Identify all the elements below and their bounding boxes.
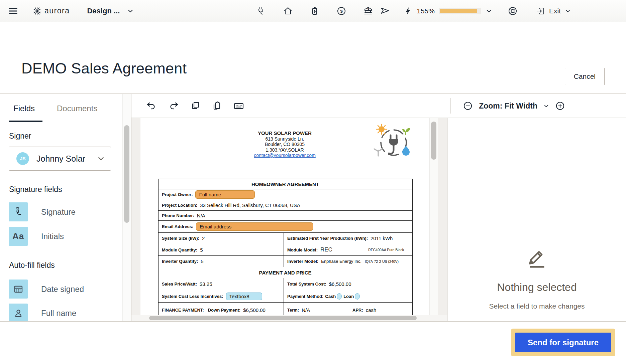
system-size-label: System Size (kW):	[162, 236, 199, 241]
chevron-down-icon[interactable]	[486, 8, 492, 14]
field-properties-panel: Nothing selected Select a field to make …	[447, 118, 626, 321]
full-name-field[interactable]: Full name	[195, 190, 255, 199]
inverter-model-cell: Inverter Model: Enphase Energy Inc. IQ7A…	[284, 256, 412, 267]
keyboard-icon[interactable]	[233, 101, 244, 111]
document-main: Zoom: Fit Width YOUR SOLAR POWER 613 Sun…	[131, 94, 626, 321]
field-item-signature[interactable]: Signature	[9, 202, 76, 221]
system-size-cell: System Size (kW): 2	[159, 233, 284, 244]
total-cost-value: $6,500.00	[329, 281, 351, 287]
module-model-cell: Module Model: REC REC400AA Pure Black	[284, 244, 412, 255]
exit-label: Exit	[549, 7, 561, 15]
bank-icon[interactable]: $	[363, 6, 373, 16]
company-email-link[interactable]: contact@yoursolarpower.com	[254, 153, 316, 158]
pencil-icon	[527, 246, 547, 268]
loan-radio[interactable]	[355, 293, 360, 300]
send-button-highlight-ring: Send for signature	[511, 329, 615, 356]
email-address-field[interactable]: Email address	[196, 222, 313, 231]
battery-icon[interactable]	[310, 6, 320, 16]
hamburger-menu-icon[interactable]	[8, 6, 18, 16]
apr-label: APR:	[352, 308, 363, 313]
table-title-row: HOMEOWNER AGREEMENT	[159, 179, 412, 189]
term-label: Term:	[287, 308, 299, 313]
document-horizontal-scrollbar-thumb[interactable]	[149, 316, 417, 320]
edit-tools	[146, 101, 244, 111]
send-proposal-icon[interactable]	[380, 6, 390, 16]
document-toolbar: Zoom: Fit Width	[131, 94, 626, 118]
chevron-down-icon	[565, 8, 571, 14]
help-icon[interactable]	[508, 6, 518, 16]
tab-fields[interactable]: Fields	[13, 104, 35, 113]
zoom-level-label[interactable]: Zoom: Fit Width	[479, 102, 537, 111]
brand-wordmark: aurora	[44, 6, 70, 15]
progress-percent: 155%	[417, 7, 435, 15]
redo-icon[interactable]	[168, 101, 179, 111]
field-item-full-name[interactable]: Full name	[9, 304, 76, 321]
payment-method-cell: Payment Method: Cash Loan	[284, 290, 412, 302]
textbox8-field[interactable]: Textbox8	[226, 293, 262, 300]
exit-button[interactable]: Exit	[536, 7, 571, 15]
total-cost-cell: Total System Cost: $6,500.00	[284, 278, 412, 290]
finance-label: FINANCE PAYMENT:	[162, 308, 204, 313]
inverter-qty-label: Inverter Quantity:	[162, 259, 198, 264]
inverter-model-label: Inverter Model:	[287, 259, 318, 264]
phone-row: Phone Number: N/A	[159, 211, 412, 221]
field-item-label: Full name	[41, 309, 76, 318]
chevron-down-icon	[97, 155, 105, 162]
svg-text:$: $	[367, 8, 369, 11]
navbar-left: aurora Design ...	[0, 6, 134, 16]
payment-method-label: Payment Method:	[287, 294, 323, 299]
sidebar-scrollbar-thumb[interactable]	[124, 125, 129, 223]
field-item-label: Date signed	[41, 285, 84, 294]
signature-fields-label: Signature fields	[9, 185, 62, 194]
aurora-logo[interactable]: aurora	[33, 6, 70, 15]
plug-icon[interactable]	[256, 6, 266, 16]
document-viewport[interactable]: YOUR SOLAR POWER 613 Sunnyside Ln. Bould…	[131, 118, 447, 321]
incentives-label: System Cost Less Incentives:	[162, 294, 223, 299]
design-selector[interactable]: Design ...	[87, 7, 134, 15]
phone-value: N/A	[197, 213, 205, 218]
cash-radio[interactable]	[337, 293, 342, 300]
document-horizontal-scrollbar-track[interactable]	[131, 315, 447, 321]
homeowner-agreement-table: HOMEOWNER AGREEMENT Project Owner: Full …	[158, 179, 413, 318]
module-model-detail: REC400AA Pure Black	[368, 248, 404, 252]
duplicate-icon[interactable]	[190, 101, 200, 111]
payment-title-row: PAYMENT AND PRICE	[159, 267, 412, 278]
zoom-out-icon[interactable]	[463, 101, 473, 111]
zoom-in-icon[interactable]	[555, 101, 565, 111]
calendar-icon	[9, 280, 28, 299]
module-model-value: REC	[320, 246, 332, 253]
production-label: Estimated First Year Production (kWh):	[287, 236, 368, 241]
document-lower: YOUR SOLAR POWER 613 Sunnyside Ln. Bould…	[131, 118, 626, 321]
signature-pen-icon	[9, 202, 28, 221]
module-row: Module Quantity: 5 Module Model: REC REC…	[159, 244, 412, 256]
active-tab-underline	[9, 121, 42, 122]
lightning-icon	[404, 7, 413, 15]
document-vertical-scrollbar-track[interactable]	[429, 118, 438, 315]
aurora-document-editor: aurora Design ... $ $	[0, 0, 626, 364]
payment-section-title: PAYMENT AND PRICE	[259, 270, 312, 276]
design-selector-label: Design ...	[87, 7, 120, 15]
sales-price-value: $3.25	[200, 281, 212, 287]
field-item-date-signed[interactable]: Date signed	[9, 280, 84, 299]
field-item-initials[interactable]: Aa Initials	[9, 227, 64, 246]
signer-name: Johnny Solar	[36, 154, 85, 164]
chevron-down-icon[interactable]	[543, 103, 549, 109]
aurora-starburst-icon	[33, 7, 41, 15]
design-progress-bar[interactable]	[439, 8, 481, 14]
loan-label: Loan	[343, 294, 354, 299]
signer-select[interactable]: JS Johnny Solar	[9, 147, 111, 171]
tab-documents[interactable]: Documents	[57, 104, 97, 113]
home-icon[interactable]	[283, 6, 293, 16]
solar-company-logo	[368, 122, 419, 161]
footer-bar: Send for signature	[0, 322, 626, 364]
undo-icon[interactable]	[146, 101, 157, 111]
dollar-circle-icon[interactable]: $	[336, 6, 346, 16]
initials-glyph: Aa	[12, 231, 24, 241]
send-for-signature-button[interactable]: Send for signature	[515, 333, 611, 352]
inverter-model-value: Enphase Energy Inc.	[321, 259, 361, 264]
document-vertical-scrollbar-thumb[interactable]	[431, 122, 436, 160]
sidebar-scrollbar-track[interactable]	[122, 94, 131, 321]
system-size-value: 2	[202, 235, 205, 241]
paste-icon[interactable]	[212, 101, 222, 111]
cancel-button[interactable]: Cancel	[565, 68, 605, 85]
